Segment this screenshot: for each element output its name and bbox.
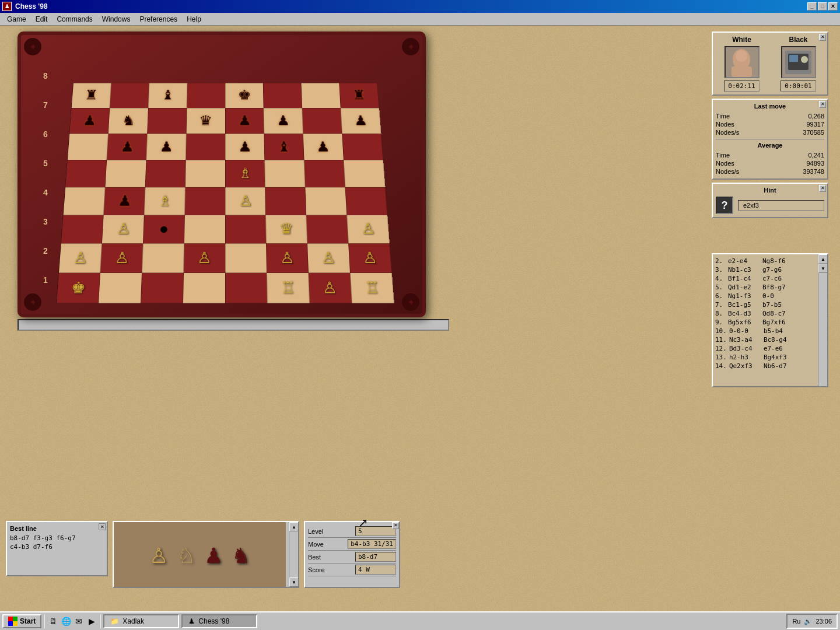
cell-b3[interactable]: ♙: [102, 215, 144, 244]
cell-c1[interactable]: [141, 273, 183, 303]
minimize-button[interactable]: _: [807, 2, 817, 10]
level-panel-close[interactable]: ✕: [392, 522, 399, 529]
chess-icon: ♟: [188, 617, 195, 625]
menu-help[interactable]: Help: [182, 14, 206, 24]
taskbar-xadlak[interactable]: 📁 Xadlak: [103, 614, 179, 628]
cell-d8[interactable]: [187, 83, 225, 108]
cell-a4[interactable]: [63, 187, 105, 215]
hint-row: ? e2xf3: [716, 197, 824, 214]
cell-c2[interactable]: [142, 243, 184, 272]
cell-a3[interactable]: [61, 215, 103, 244]
move-list-content[interactable]: 2. e2-e4 Ng8-f63. Nb1-c3 g7-g64. Bf1-c4 …: [713, 254, 827, 377]
cell-b8[interactable]: [110, 83, 149, 108]
cell-d2[interactable]: ♙: [184, 243, 225, 272]
hint-panel-close[interactable]: ✕: [819, 185, 826, 192]
cell-e2[interactable]: [225, 243, 267, 272]
cell-c8[interactable]: ♝: [148, 83, 187, 108]
cell-f3[interactable]: ♛: [265, 215, 307, 244]
cell-f5[interactable]: [265, 160, 305, 187]
best-line-close[interactable]: ✕: [99, 523, 106, 530]
stats-panel-close[interactable]: ✕: [819, 101, 826, 108]
cell-a1[interactable]: ♚: [57, 273, 100, 303]
cell-h3[interactable]: ♙: [346, 215, 389, 244]
cell-f8[interactable]: [263, 83, 302, 108]
cell-h6[interactable]: [342, 134, 383, 160]
cell-d1[interactable]: [183, 273, 225, 303]
taskbar-icon-ie[interactable]: 🌐: [60, 615, 72, 627]
cell-e4[interactable]: ♙: [225, 187, 265, 215]
cell-e5[interactable]: ♗: [225, 160, 265, 187]
chess-board[interactable]: ✦ ✦ ✦ ✦ 87654321 ABCDEFGH ♜: [18, 32, 426, 317]
close-button[interactable]: ✕: [828, 2, 838, 10]
best-label: Best: [308, 554, 321, 561]
move-row: Move b4-b3 31/31: [308, 538, 396, 551]
move-list-scrollbar[interactable]: ▲ ▼: [818, 254, 827, 386]
player-panel-close[interactable]: ✕: [819, 34, 826, 41]
cell-b6[interactable]: ♟: [107, 134, 147, 160]
pieces-scroll[interactable]: ▲ ▼: [289, 522, 298, 587]
menu-game[interactable]: Game: [2, 14, 31, 24]
best-value: b8-d7: [355, 552, 396, 562]
menu-commands[interactable]: Commands: [52, 14, 97, 24]
cell-g4[interactable]: [305, 187, 346, 215]
cell-b7[interactable]: ♞: [108, 108, 148, 134]
cell-c7[interactable]: [147, 108, 187, 134]
cell-e3[interactable]: [225, 215, 266, 244]
scroll-down-button[interactable]: ▼: [818, 264, 828, 273]
cell-g3[interactable]: [306, 215, 348, 244]
cell-e6[interactable]: ♟: [225, 134, 265, 160]
cell-f4[interactable]: [265, 187, 306, 215]
taskbar-icon-mail[interactable]: ✉: [73, 615, 85, 627]
cell-g7[interactable]: [302, 108, 342, 134]
cell-d3[interactable]: [184, 215, 225, 244]
move-list-row: 7. Bc1-g5 b7-b5: [715, 300, 825, 309]
cell-g2[interactable]: ♙: [307, 243, 350, 272]
cell-g6[interactable]: ♟: [303, 134, 344, 160]
cell-e8[interactable]: ♚: [225, 83, 264, 108]
cell-c5[interactable]: [145, 160, 186, 187]
start-button[interactable]: Start: [2, 614, 41, 628]
cell-f1[interactable]: ♖: [267, 273, 309, 303]
cell-h4[interactable]: [345, 187, 387, 215]
black-timer: 0:00:01: [780, 80, 816, 92]
cell-d6[interactable]: [186, 134, 225, 160]
cell-d4[interactable]: [185, 187, 225, 215]
cell-a2[interactable]: ♙: [59, 243, 102, 272]
cell-d7[interactable]: ♛: [186, 108, 225, 134]
pieces-scroll-up[interactable]: ▲: [289, 522, 299, 531]
cell-b5[interactable]: [105, 160, 146, 187]
cell-b4[interactable]: ♟: [104, 187, 145, 215]
menu-preferences[interactable]: Preferences: [135, 14, 182, 24]
cell-g8[interactable]: [301, 83, 341, 108]
pieces-scroll-down[interactable]: ▼: [289, 578, 299, 587]
cell-b2[interactable]: ♙: [100, 243, 143, 272]
cell-h2[interactable]: ♙: [348, 243, 391, 272]
cell-c6[interactable]: ♟: [146, 134, 187, 160]
cell-a5[interactable]: [65, 160, 107, 187]
cell-e1[interactable]: [225, 273, 267, 303]
cell-g1[interactable]: ♙: [309, 273, 352, 303]
cell-g5[interactable]: [304, 160, 345, 187]
taskbar-icon-media[interactable]: ▶: [86, 615, 97, 627]
menu-edit[interactable]: Edit: [31, 14, 52, 24]
cell-f6[interactable]: ♝: [264, 134, 304, 160]
cell-h7[interactable]: ♟: [341, 108, 381, 134]
cell-c3[interactable]: ●: [143, 215, 184, 244]
menu-windows[interactable]: Windows: [97, 14, 135, 24]
taskbar-chess[interactable]: ♟ Chess '98: [181, 614, 257, 628]
cell-b1[interactable]: [99, 273, 142, 303]
taskbar-icon-monitor[interactable]: 🖥: [47, 615, 59, 627]
cell-f2[interactable]: ♙: [266, 243, 308, 272]
maximize-button[interactable]: □: [818, 2, 827, 10]
scroll-up-button[interactable]: ▲: [818, 254, 828, 264]
cell-f7[interactable]: ♟: [264, 108, 303, 134]
cell-e7[interactable]: ♟: [225, 108, 264, 134]
cell-c4[interactable]: ♗: [144, 187, 185, 215]
cell-h8[interactable]: ♜: [339, 83, 379, 108]
cell-h1[interactable]: ♖: [350, 273, 394, 303]
cell-a8[interactable]: ♜: [71, 83, 111, 108]
cell-a7[interactable]: ♟: [69, 108, 110, 134]
cell-d5[interactable]: [185, 160, 225, 187]
cell-a6[interactable]: [67, 134, 108, 160]
cell-h5[interactable]: [344, 160, 385, 187]
